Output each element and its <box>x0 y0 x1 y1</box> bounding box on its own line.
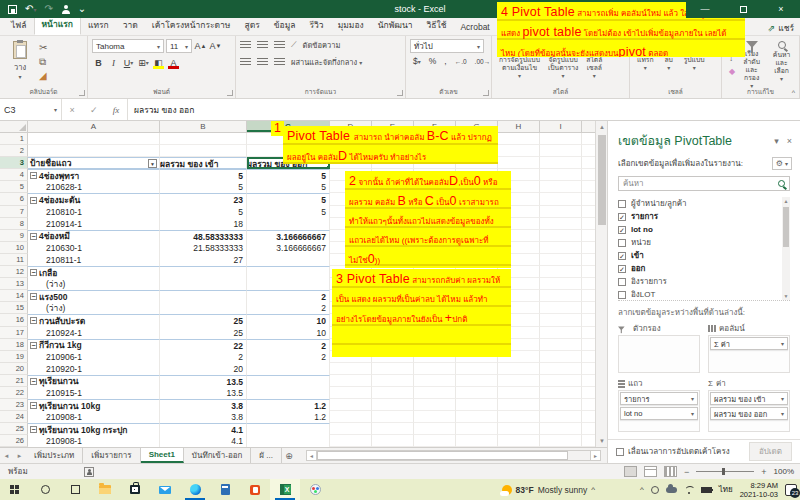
wifi-icon[interactable] <box>684 486 694 494</box>
cell-sum-out[interactable] <box>247 423 330 435</box>
insert-function-icon[interactable]: fx <box>113 105 120 115</box>
file-explorer-button[interactable] <box>90 479 120 500</box>
cell-sum-in[interactable]: 48.58333333 <box>160 230 247 242</box>
column-header-partial[interactable] <box>582 121 595 132</box>
zoom-in-icon[interactable]: + <box>761 467 766 477</box>
weather-widget[interactable]: 83°F Mostly sunny ^ <box>502 485 595 495</box>
battery-icon[interactable] <box>701 487 712 493</box>
prev-sheet-icon[interactable]: ◄ <box>4 453 10 459</box>
cell-sum-in[interactable] <box>160 302 247 314</box>
cell-sum-out[interactable]: 2 <box>247 351 330 363</box>
pivot-row-label[interactable]: −เกลือ <box>28 266 160 278</box>
empty-cell[interactable] <box>456 363 498 375</box>
empty-cell[interactable] <box>540 435 582 447</box>
area-item[interactable]: lot no▾ <box>620 407 698 420</box>
cell-sum-out[interactable]: 5 <box>247 193 330 205</box>
italic-button[interactable]: I <box>107 56 120 69</box>
clear-icon[interactable]: ◆ <box>729 66 735 77</box>
format-painter-icon[interactable]: ◢ <box>39 70 47 82</box>
empty-cell[interactable] <box>582 266 595 278</box>
paste-button[interactable]: วาง ▾ <box>4 41 36 82</box>
empty-cell[interactable] <box>582 290 595 302</box>
ribbon-tab-11[interactable]: Acrobat <box>453 19 496 35</box>
paint-button[interactable] <box>300 479 330 500</box>
empty-cell[interactable] <box>330 387 372 399</box>
row-number-26[interactable]: 26 <box>0 435 28 447</box>
cell-sum-in[interactable]: 13.5 <box>160 387 247 399</box>
pivot-header-sum-in[interactable]: ผลรวม ของ เข้า <box>160 157 247 169</box>
area-item[interactable]: ผลรวม ของ เข้า▾ <box>710 392 788 405</box>
enter-icon[interactable]: ✓ <box>90 105 98 115</box>
row-number-2[interactable]: 2 <box>0 145 28 157</box>
search-button[interactable] <box>30 479 60 500</box>
cell-sum-out[interactable]: 1.2 <box>247 411 330 423</box>
empty-cell[interactable] <box>582 375 595 387</box>
empty-cell[interactable] <box>540 290 582 302</box>
empty-cell[interactable] <box>456 435 498 447</box>
field-checkbox[interactable] <box>618 291 626 299</box>
ribbon-tab-10[interactable]: วิธีใช้ <box>420 15 454 35</box>
fill-color-button[interactable]: ◧ <box>152 56 165 69</box>
empty-cell[interactable] <box>540 145 582 157</box>
collapse-group-icon[interactable]: − <box>30 402 37 409</box>
decrease-decimal-icon[interactable]: .00→ <box>472 58 494 65</box>
empty-cell[interactable] <box>498 375 540 387</box>
zoom-level[interactable]: 100% <box>774 467 794 476</box>
cell-sum-in[interactable]: 4.1 <box>160 423 247 435</box>
store-button[interactable] <box>120 479 150 500</box>
font-color-button[interactable]: A <box>167 56 180 69</box>
empty-cell[interactable] <box>582 399 595 411</box>
fields-search-input[interactable]: ค้นหา <box>618 176 790 191</box>
ribbon-tab-6[interactable]: ข้อมูล <box>267 15 303 35</box>
row-number-16[interactable]: 16 <box>0 314 28 326</box>
column-header-H[interactable]: H <box>498 121 540 132</box>
row-number-12[interactable]: 12 <box>0 266 28 278</box>
align-center-icon[interactable] <box>257 58 268 67</box>
row-number-7[interactable]: 7 <box>0 206 28 218</box>
empty-cell[interactable] <box>456 387 498 399</box>
sheet-tab-0[interactable]: เพิ่มประเภท <box>26 448 83 463</box>
empty-cell[interactable] <box>540 399 582 411</box>
collapse-group-icon[interactable]: − <box>30 233 37 240</box>
pivot-row-label[interactable]: −4ช่องพุทรา <box>28 169 160 181</box>
empty-cell[interactable] <box>372 411 414 423</box>
wrap-text-button[interactable]: ตัดข้อความ <box>303 39 341 51</box>
cell-sum-in[interactable]: 18 <box>160 218 247 230</box>
row-number-15[interactable]: 15 <box>0 302 28 314</box>
pivot-row-label[interactable]: 210924-1 <box>28 327 160 339</box>
empty-cell[interactable] <box>540 314 582 326</box>
clock[interactable]: 8:29 AM2021-10-03 <box>740 481 778 499</box>
empty-cell[interactable] <box>582 254 595 266</box>
edge-button[interactable] <box>180 479 210 500</box>
collapse-group-icon[interactable]: − <box>30 378 37 385</box>
pivot-row-label[interactable]: 210908-1 <box>28 435 160 447</box>
ribbon-tab-9[interactable]: นักพัฒนา <box>371 15 420 35</box>
empty-cell[interactable] <box>330 411 372 423</box>
start-button[interactable] <box>0 479 30 500</box>
row-number-22[interactable]: 22 <box>0 387 28 399</box>
font-size-select[interactable]: 11▾ <box>166 39 192 53</box>
empty-cell[interactable] <box>498 157 540 169</box>
empty-cell[interactable] <box>498 363 540 375</box>
sheet-tab-1[interactable]: เพิ่มรายการ <box>83 448 140 463</box>
empty-cell[interactable] <box>540 169 582 181</box>
empty-cell[interactable] <box>540 327 582 339</box>
row-number-19[interactable]: 19 <box>0 351 28 363</box>
cell-sum-out[interactable] <box>247 278 330 290</box>
empty-cell[interactable] <box>582 387 595 399</box>
scroll-left-icon[interactable]: ◄ <box>306 450 317 461</box>
column-header-B[interactable]: B <box>160 121 247 132</box>
page-layout-view-button[interactable] <box>644 466 657 477</box>
empty-cell[interactable] <box>540 242 582 254</box>
collapse-group-icon[interactable]: − <box>30 317 37 324</box>
row-number-24[interactable]: 24 <box>0 411 28 423</box>
empty-cell[interactable] <box>540 411 582 423</box>
onedrive-icon[interactable] <box>666 487 677 493</box>
pivot-row-label[interactable]: 210908-1 <box>28 411 160 423</box>
cell-sum-in[interactable] <box>160 278 247 290</box>
ribbon-tab-7[interactable]: รีวิว <box>303 15 331 35</box>
percent-style-icon[interactable]: % <box>426 56 440 66</box>
pivot-row-label[interactable]: 210628-1 <box>28 181 160 193</box>
undo-button[interactable]: ↶▾ <box>25 0 36 19</box>
share-button[interactable]: ⇗ แชร์ <box>768 21 794 35</box>
